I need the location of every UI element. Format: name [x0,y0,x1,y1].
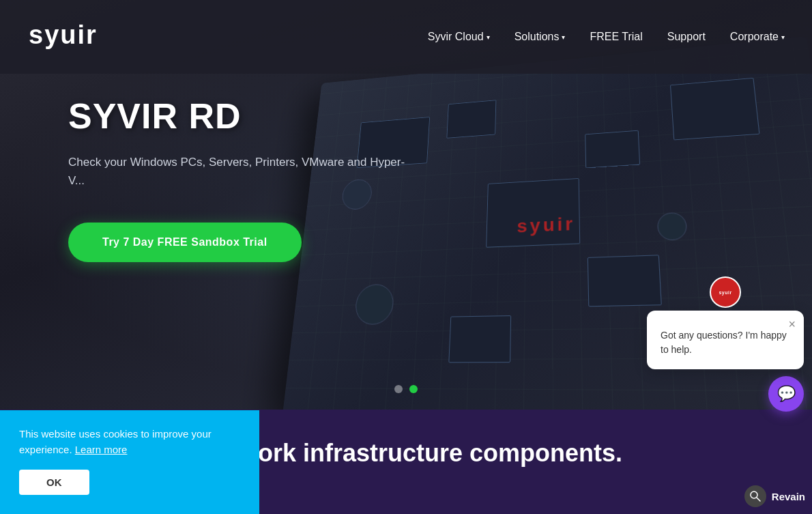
hero-content: SYVIR RD Check your Windows PCs, Servers… [68,96,409,262]
chat-message: Got any questions? I'm happy to help. [661,328,790,357]
nav-link-corporate[interactable]: Corporate ▾ [730,31,785,43]
chat-bubble: × Got any questions? I'm happy to help. [647,311,804,369]
hero-title: SYVIR RD [68,96,409,137]
chat-icon: 💬 [777,385,796,403]
chevron-down-icon: ▾ [562,33,565,41]
nav-link-free-trial[interactable]: FREE Trial [590,31,642,43]
nav-label: Corporate [730,31,779,43]
chat-widget: syuir × Got any questions? I'm happy to … [647,276,804,412]
revain-branding: Revain [744,485,805,507]
search-svg [749,490,762,502]
nav-link-support[interactable]: Support [667,31,706,43]
nav-link-syvir-cloud[interactable]: Syvir Cloud ▾ [428,31,490,43]
nav-label: Solutions [514,31,560,43]
circuit-component [585,130,640,169]
cookie-text: This website uses cookies to improve you… [19,427,240,457]
cta-button[interactable]: Try 7 Day FREE Sandbox Trial [68,223,302,262]
learn-more-link[interactable]: Learn more [75,444,128,455]
circuit-component [448,315,511,362]
nav-item-solutions[interactable]: Solutions ▾ [514,31,566,43]
nav-label: Syvir Cloud [428,31,484,43]
nav-label: FREE Trial [590,31,642,43]
svg-text:syuir: syuir [29,20,98,49]
nav-item-syvir-cloud[interactable]: Syvir Cloud ▾ [428,31,490,43]
svg-line-2 [757,498,760,501]
chat-open-button[interactable]: 💬 [768,376,804,412]
circuit-component [670,78,759,141]
nav-label: Support [667,31,706,43]
nav-item-corporate[interactable]: Corporate ▾ [730,31,785,43]
chat-avatar-text: syuir [719,290,731,295]
logo-svg: syuir [27,19,109,50]
slide-dot-1[interactable] [394,385,403,393]
chevron-down-icon: ▾ [781,33,785,41]
board-logo: syuir [517,214,575,238]
chat-bubble-container: syuir × Got any questions? I'm happy to … [647,276,804,369]
nav-link-solutions[interactable]: Solutions ▾ [514,31,566,43]
cookie-banner: This website uses cookies to improve you… [0,410,259,514]
navbar: syuir Syvir Cloud ▾ Solutions ▾ FREE Tri… [0,0,812,74]
chat-controls: 💬 [647,376,804,412]
slide-dot-2[interactable] [409,385,418,393]
slide-dots [394,385,418,393]
logo[interactable]: syuir [27,19,428,55]
close-icon[interactable]: × [788,317,796,332]
nav-item-support[interactable]: Support [667,31,706,43]
chevron-down-icon: ▾ [487,33,490,41]
nav-item-free-trial[interactable]: FREE Trial [590,31,642,43]
circuit-component [656,212,687,241]
search-icon[interactable] [744,485,766,507]
ok-button[interactable]: OK [19,470,89,495]
revain-label: Revain [772,491,805,502]
nav-links: Syvir Cloud ▾ Solutions ▾ FREE Trial Sup… [428,31,785,43]
chat-avatar: syuir [710,276,741,308]
circuit-component [446,100,496,138]
circuit-component [354,284,395,325]
hero-subtitle: Check your Windows PCs, Servers, Printer… [68,153,409,190]
circuit-component [486,178,580,248]
